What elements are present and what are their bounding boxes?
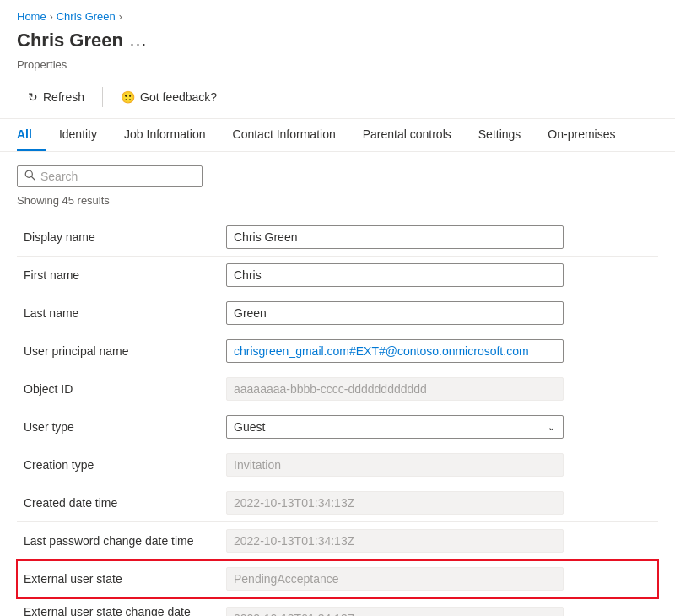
property-row-first-name: First name <box>17 257 658 294</box>
label-last-name: Last name <box>17 294 219 332</box>
input-created-date-time <box>226 491 564 515</box>
property-row-object-id: Object ID <box>17 370 658 408</box>
feedback-icon: 🙂 <box>121 90 135 104</box>
feedback-button[interactable]: 🙂 Got feedback? <box>110 84 228 110</box>
feedback-label: Got feedback? <box>140 90 217 104</box>
properties-table: Display nameFirst nameLast nameUser prin… <box>17 219 658 616</box>
value-creation-type <box>219 446 658 484</box>
tab-job-information[interactable]: Job Information <box>111 119 219 151</box>
label-creation-type: Creation type <box>17 446 219 484</box>
page-subtitle: Properties <box>0 58 675 79</box>
input-user-principal-name[interactable] <box>226 339 564 363</box>
breadcrumb-home[interactable]: Home <box>17 10 46 23</box>
value-external-user-state-change <box>219 598 658 617</box>
label-external-user-state-change: External user state change date time <box>17 598 219 617</box>
search-icon <box>24 170 35 183</box>
toolbar: ↻ Refresh 🙂 Got feedback? <box>0 79 675 119</box>
tabs-container: AllIdentityJob InformationContact Inform… <box>0 119 675 152</box>
tab-contact-information[interactable]: Contact Information <box>219 119 349 151</box>
label-external-user-state: External user state <box>17 560 219 598</box>
breadcrumb-sep-1: › <box>50 11 53 23</box>
value-last-name <box>219 294 658 332</box>
value-user-type: GuestMember⌄ <box>219 408 658 446</box>
property-row-external-user-state: External user state <box>17 560 658 598</box>
refresh-icon: ↻ <box>28 90 38 104</box>
label-display-name: Display name <box>17 219 219 257</box>
page-container: Home › Chris Green › Chris Green ... Pro… <box>0 0 675 616</box>
refresh-label: Refresh <box>43 90 84 104</box>
value-created-date-time <box>219 484 658 522</box>
value-user-principal-name <box>219 332 658 370</box>
toolbar-divider <box>102 87 103 107</box>
property-row-user-type: User typeGuestMember⌄ <box>17 408 658 446</box>
content-area: Showing 45 results Display nameFirst nam… <box>0 152 675 616</box>
search-input[interactable] <box>40 170 195 183</box>
value-object-id <box>219 370 658 408</box>
tab-identity[interactable]: Identity <box>46 119 111 151</box>
value-last-password-change <box>219 522 658 560</box>
tab-all[interactable]: All <box>17 119 46 151</box>
breadcrumb-sep-2: › <box>119 11 122 23</box>
tab-settings[interactable]: Settings <box>465 119 535 151</box>
more-options-button[interactable]: ... <box>130 32 148 50</box>
page-title: Chris Green <box>17 30 123 51</box>
input-display-name[interactable] <box>226 225 564 249</box>
input-last-name[interactable] <box>226 301 564 325</box>
input-creation-type <box>226 453 564 477</box>
property-row-user-principal-name: User principal name <box>17 332 658 370</box>
input-external-user-state <box>226 567 564 591</box>
refresh-button[interactable]: ↻ Refresh <box>17 84 95 110</box>
breadcrumb-user[interactable]: Chris Green <box>57 10 116 23</box>
input-external-user-state-change <box>226 607 564 616</box>
label-last-password-change: Last password change date time <box>17 522 219 560</box>
property-row-external-user-state-change: External user state change date time <box>17 598 658 617</box>
property-row-last-password-change: Last password change date time <box>17 522 658 560</box>
label-user-principal-name: User principal name <box>17 332 219 370</box>
select-wrapper-user-type: GuestMember⌄ <box>226 415 564 439</box>
property-row-last-name: Last name <box>17 294 658 332</box>
value-first-name <box>219 257 658 294</box>
select-user-type[interactable]: GuestMember <box>226 415 564 439</box>
input-first-name[interactable] <box>226 263 564 287</box>
input-object-id <box>226 377 564 401</box>
label-first-name: First name <box>17 257 219 294</box>
search-container <box>17 165 202 187</box>
results-count: Showing 45 results <box>17 194 658 207</box>
input-last-password-change <box>226 529 564 553</box>
property-row-creation-type: Creation type <box>17 446 658 484</box>
tab-parental-controls[interactable]: Parental controls <box>349 119 465 151</box>
property-row-created-date-time: Created date time <box>17 484 658 522</box>
label-user-type: User type <box>17 408 219 446</box>
label-created-date-time: Created date time <box>17 484 219 522</box>
svg-line-1 <box>32 177 35 180</box>
label-object-id: Object ID <box>17 370 219 408</box>
breadcrumb: Home › Chris Green › <box>0 0 675 26</box>
tab-on-premises[interactable]: On-premises <box>534 119 629 151</box>
value-display-name <box>219 219 658 257</box>
value-external-user-state <box>219 560 658 598</box>
page-header: Chris Green ... <box>0 26 675 58</box>
property-row-display-name: Display name <box>17 219 658 257</box>
